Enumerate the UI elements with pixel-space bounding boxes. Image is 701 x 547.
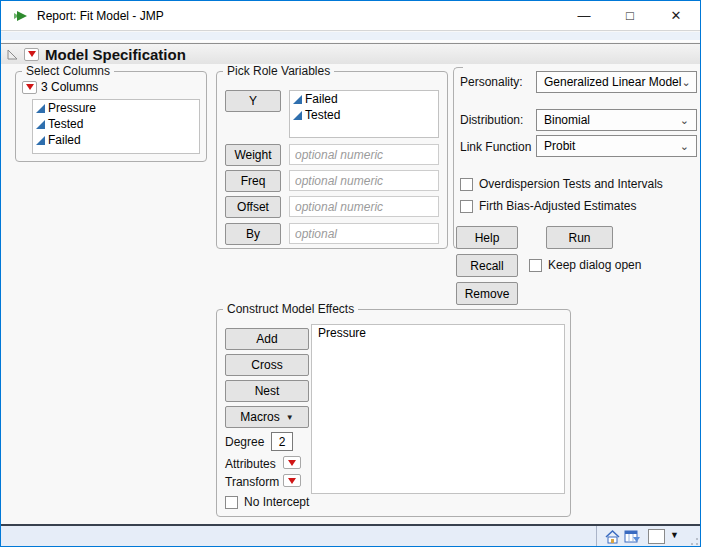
continuous-column-icon — [293, 111, 302, 120]
y-role-button[interactable]: Y — [225, 90, 281, 112]
minimize-button[interactable]: — — [561, 1, 607, 30]
no-intercept-checkbox[interactable] — [225, 496, 238, 509]
distribution-dropdown[interactable]: Binomial ⌄ — [536, 109, 697, 131]
cross-button[interactable]: Cross — [225, 354, 309, 376]
overdispersion-label: Overdispersion Tests and Intervals — [479, 177, 663, 191]
firth-label: Firth Bias-Adjusted Estimates — [479, 199, 636, 213]
offset-role-button[interactable]: Offset — [225, 196, 281, 218]
chevron-down-icon: ⌄ — [680, 115, 689, 125]
offset-field[interactable] — [289, 196, 439, 217]
pick-role-variables-group: Pick Role Variables Y Failed Tested Weig… — [216, 71, 448, 249]
degree-input[interactable] — [271, 432, 293, 451]
overdispersion-checkbox[interactable] — [460, 178, 473, 191]
personality-dropdown[interactable]: Generalized Linear Model ⌄ — [536, 71, 697, 93]
overdispersion-checkbox-row: Overdispersion Tests and Intervals — [460, 177, 663, 191]
window-state-box[interactable] — [648, 529, 665, 544]
status-dropdown-triangle-icon[interactable]: ▼ — [670, 530, 679, 540]
red-triangle-icon — [288, 460, 296, 466]
dropdown-triangle-icon: ▼ — [286, 413, 294, 422]
macros-label: Macros — [240, 410, 279, 424]
section-title: Model Specification — [45, 46, 186, 63]
y-role-list: Failed Tested — [289, 90, 439, 138]
weight-role-button[interactable]: Weight — [225, 144, 281, 166]
by-field[interactable] — [289, 223, 439, 244]
home-icon[interactable] — [604, 529, 621, 545]
freq-role-button[interactable]: Freq — [225, 170, 281, 192]
disclosure-icon[interactable] — [6, 47, 19, 61]
data-table-icon[interactable] — [624, 529, 641, 545]
columns-count-row: 3 Columns — [22, 80, 98, 94]
continuous-column-icon — [36, 136, 45, 145]
title-bar: Report: Fit Model - JMP — □ ✕ — [1, 1, 700, 31]
continuous-column-icon — [36, 104, 45, 113]
red-triangle-icon — [28, 51, 36, 57]
window-title: Report: Fit Model - JMP — [37, 9, 164, 23]
select-columns-legend: Select Columns — [22, 64, 114, 78]
help-button[interactable]: Help — [456, 226, 518, 249]
continuous-column-icon — [36, 120, 45, 129]
pick-role-variables-legend: Pick Role Variables — [223, 64, 334, 78]
freq-field[interactable] — [289, 170, 439, 191]
attributes-red-triangle-button[interactable] — [283, 456, 301, 469]
keep-dialog-open-checkbox[interactable] — [529, 259, 542, 272]
nest-button[interactable]: Nest — [225, 380, 309, 402]
distribution-value: Binomial — [544, 113, 590, 127]
jmp-fit-model-window: Report: Fit Model - JMP — □ ✕ Model Spec… — [0, 0, 701, 547]
columns-list: Pressure Tested Failed — [32, 99, 200, 154]
column-item-pressure[interactable]: Pressure — [33, 100, 199, 116]
construct-model-effects-legend: Construct Model Effects — [223, 302, 358, 316]
y-item-label: Tested — [305, 108, 340, 122]
personality-label: Personality: — [460, 75, 523, 89]
link-function-dropdown[interactable]: Probit ⌄ — [536, 135, 697, 157]
remove-button[interactable]: Remove — [456, 282, 518, 305]
red-triangle-menu-button[interactable] — [24, 48, 39, 61]
red-triangle-icon — [288, 478, 296, 484]
column-label: Pressure — [48, 101, 96, 115]
transform-label: Transform — [225, 475, 279, 489]
chevron-down-icon: ⌄ — [680, 141, 689, 151]
keep-dialog-open-label: Keep dialog open — [548, 258, 641, 272]
toolbar-band — [1, 32, 700, 42]
macros-button[interactable]: Macros ▼ — [225, 406, 309, 428]
select-columns-group: Select Columns 3 Columns Pressure Tested — [15, 71, 207, 162]
transform-red-triangle-button[interactable] — [283, 474, 301, 487]
effect-item-pressure[interactable]: Pressure — [312, 325, 564, 341]
by-role-button[interactable]: By — [225, 223, 281, 245]
red-triangle-icon — [26, 84, 34, 90]
column-item-tested[interactable]: Tested — [33, 116, 199, 132]
columns-red-triangle-button[interactable] — [22, 81, 37, 94]
options-group-border — [453, 67, 463, 249]
keep-dialog-open-row: Keep dialog open — [529, 258, 641, 272]
y-item-tested[interactable]: Tested — [290, 107, 438, 123]
weight-field[interactable] — [289, 144, 439, 165]
degree-label: Degree — [225, 435, 264, 449]
close-button[interactable]: ✕ — [653, 1, 699, 30]
column-item-failed[interactable]: Failed — [33, 132, 199, 148]
jmp-app-icon — [13, 8, 29, 24]
effect-label: Pressure — [318, 326, 366, 340]
columns-count-label: 3 Columns — [41, 80, 98, 94]
status-bar: ▼ — [1, 526, 700, 547]
link-function-label: Link Function — [460, 140, 531, 154]
no-intercept-row: No Intercept — [225, 495, 309, 509]
continuous-column-icon — [293, 95, 302, 104]
model-effects-list: Pressure — [311, 324, 565, 494]
y-item-failed[interactable]: Failed — [290, 91, 438, 107]
recall-button[interactable]: Recall — [456, 254, 518, 277]
column-label: Failed — [48, 133, 81, 147]
dialog-content: Select Columns 3 Columns Pressure Tested — [1, 64, 700, 524]
personality-value: Generalized Linear Model — [544, 75, 681, 89]
status-separator — [596, 526, 597, 547]
maximize-button[interactable]: □ — [607, 1, 653, 30]
firth-checkbox[interactable] — [460, 200, 473, 213]
attributes-label: Attributes — [225, 457, 276, 471]
resize-grip-icon[interactable] — [686, 533, 698, 545]
run-button[interactable]: Run — [546, 226, 613, 249]
chevron-down-icon: ⌄ — [681, 77, 690, 87]
distribution-label: Distribution: — [460, 113, 523, 127]
model-specification-header: Model Specification — [1, 43, 700, 64]
firth-checkbox-row: Firth Bias-Adjusted Estimates — [460, 199, 636, 213]
column-label: Tested — [48, 117, 83, 131]
add-button[interactable]: Add — [225, 328, 309, 350]
link-function-value: Probit — [544, 139, 575, 153]
